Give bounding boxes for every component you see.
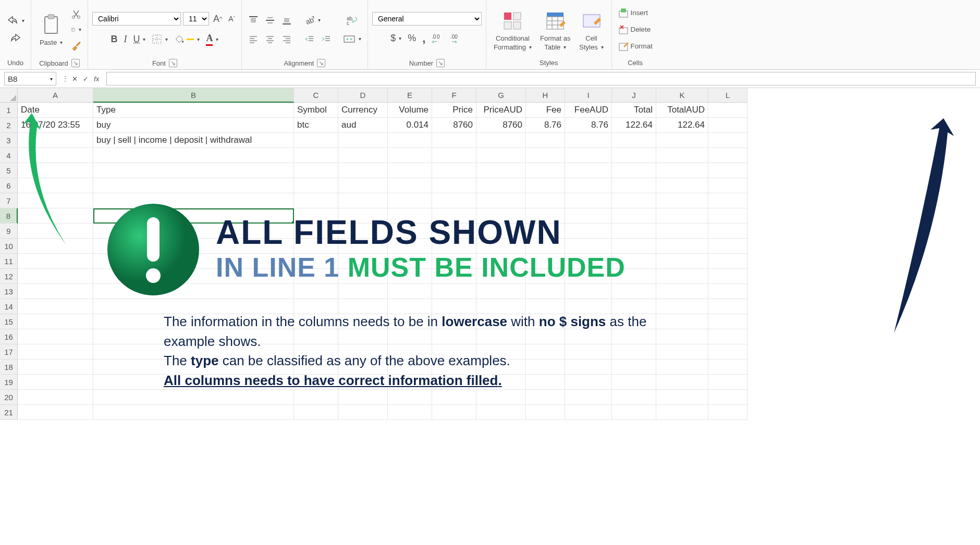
row-header-19[interactable]: 19 bbox=[0, 375, 18, 390]
col-header-H[interactable]: H bbox=[526, 88, 565, 103]
cell[interactable] bbox=[476, 329, 526, 344]
cell[interactable] bbox=[526, 163, 565, 178]
cell[interactable]: 8760 bbox=[432, 118, 476, 133]
cell[interactable] bbox=[388, 284, 432, 299]
col-header-F[interactable]: F bbox=[432, 88, 476, 103]
font-size-select[interactable]: 11 bbox=[183, 12, 209, 26]
cell[interactable] bbox=[388, 314, 432, 329]
format-painter-button[interactable] bbox=[69, 38, 83, 53]
row-header-21[interactable]: 21 bbox=[0, 405, 18, 420]
cell[interactable] bbox=[93, 360, 294, 375]
cell[interactable] bbox=[612, 299, 656, 314]
cell[interactable] bbox=[612, 163, 656, 178]
cell[interactable] bbox=[526, 375, 565, 390]
col-header-E[interactable]: E bbox=[388, 88, 432, 103]
cell[interactable] bbox=[18, 269, 93, 284]
wrap-text-button[interactable]: abc bbox=[341, 13, 363, 28]
cell[interactable] bbox=[432, 405, 476, 420]
cell[interactable] bbox=[612, 405, 656, 420]
col-header-D[interactable]: D bbox=[338, 88, 388, 103]
cell[interactable]: 16/07/20 23:55 bbox=[18, 118, 93, 133]
row-header-7[interactable]: 7 bbox=[0, 193, 18, 208]
cell[interactable] bbox=[708, 284, 748, 299]
cell[interactable] bbox=[93, 375, 294, 390]
cell[interactable] bbox=[526, 329, 565, 344]
cell[interactable] bbox=[476, 224, 526, 239]
cell[interactable] bbox=[18, 344, 93, 360]
cell[interactable] bbox=[526, 133, 565, 148]
accounting-format-button[interactable]: $▾ bbox=[388, 31, 403, 46]
cell[interactable] bbox=[565, 284, 612, 299]
cell[interactable] bbox=[476, 360, 526, 375]
row-header-12[interactable]: 12 bbox=[0, 269, 18, 284]
cell[interactable] bbox=[708, 360, 748, 375]
cell[interactable] bbox=[93, 269, 294, 284]
cell[interactable] bbox=[656, 284, 708, 299]
cell[interactable] bbox=[526, 284, 565, 299]
cell[interactable] bbox=[476, 314, 526, 329]
decrease-indent-button[interactable] bbox=[302, 32, 317, 46]
cell[interactable] bbox=[565, 269, 612, 284]
cell[interactable] bbox=[526, 193, 565, 208]
cell[interactable] bbox=[708, 178, 748, 193]
fx-button[interactable]: fx bbox=[92, 73, 101, 85]
accept-formula-button[interactable]: ✓ bbox=[81, 73, 91, 85]
col-header-L[interactable]: L bbox=[708, 88, 748, 103]
row-header-13[interactable]: 13 bbox=[0, 284, 18, 299]
format-cells-button[interactable]: Format bbox=[616, 39, 655, 54]
cell[interactable] bbox=[294, 163, 338, 178]
cell[interactable] bbox=[656, 148, 708, 163]
cell[interactable] bbox=[526, 269, 565, 284]
font-launcher-icon[interactable]: ↘ bbox=[169, 59, 177, 67]
cell[interactable] bbox=[93, 329, 294, 344]
cell[interactable] bbox=[432, 284, 476, 299]
cell[interactable] bbox=[526, 405, 565, 420]
cell[interactable]: Date bbox=[18, 103, 93, 118]
cell[interactable] bbox=[656, 193, 708, 208]
cell[interactable] bbox=[432, 299, 476, 314]
cell[interactable] bbox=[656, 390, 708, 405]
cell[interactable]: 122.64 bbox=[656, 118, 708, 133]
undo-button[interactable]: ▾ bbox=[4, 13, 27, 29]
cell[interactable] bbox=[476, 193, 526, 208]
cell[interactable] bbox=[338, 224, 388, 239]
cell[interactable] bbox=[338, 299, 388, 314]
comma-button[interactable]: , bbox=[420, 30, 427, 47]
cell[interactable] bbox=[388, 299, 432, 314]
cell[interactable]: FeeAUD bbox=[565, 103, 612, 118]
cell[interactable] bbox=[565, 254, 612, 269]
cell[interactable] bbox=[93, 163, 294, 178]
cell[interactable]: 8.76 bbox=[526, 118, 565, 133]
align-left-button[interactable] bbox=[246, 32, 261, 46]
cell[interactable] bbox=[526, 344, 565, 360]
cell[interactable] bbox=[388, 405, 432, 420]
cell[interactable] bbox=[432, 148, 476, 163]
cell[interactable] bbox=[294, 178, 338, 193]
cell[interactable] bbox=[656, 314, 708, 329]
cell[interactable] bbox=[476, 163, 526, 178]
cell[interactable] bbox=[93, 178, 294, 193]
cell[interactable] bbox=[708, 118, 748, 133]
cell[interactable] bbox=[294, 239, 338, 254]
cell[interactable] bbox=[526, 314, 565, 329]
cell[interactable] bbox=[656, 405, 708, 420]
cell[interactable] bbox=[708, 344, 748, 360]
cell[interactable] bbox=[656, 224, 708, 239]
cell[interactable] bbox=[708, 329, 748, 344]
cell[interactable] bbox=[612, 375, 656, 390]
row-header-18[interactable]: 18 bbox=[0, 360, 18, 375]
decrease-font-button[interactable]: Aˇ bbox=[226, 13, 237, 25]
cell[interactable] bbox=[612, 314, 656, 329]
row-header-16[interactable]: 16 bbox=[0, 329, 18, 344]
cell[interactable] bbox=[338, 284, 388, 299]
cell[interactable] bbox=[93, 390, 294, 405]
cell[interactable] bbox=[656, 360, 708, 375]
cell[interactable] bbox=[708, 405, 748, 420]
cell[interactable] bbox=[294, 390, 338, 405]
cell[interactable] bbox=[432, 239, 476, 254]
cell[interactable] bbox=[565, 208, 612, 224]
cell[interactable] bbox=[708, 239, 748, 254]
cell[interactable] bbox=[388, 375, 432, 390]
cell[interactable] bbox=[476, 390, 526, 405]
cell[interactable] bbox=[476, 375, 526, 390]
